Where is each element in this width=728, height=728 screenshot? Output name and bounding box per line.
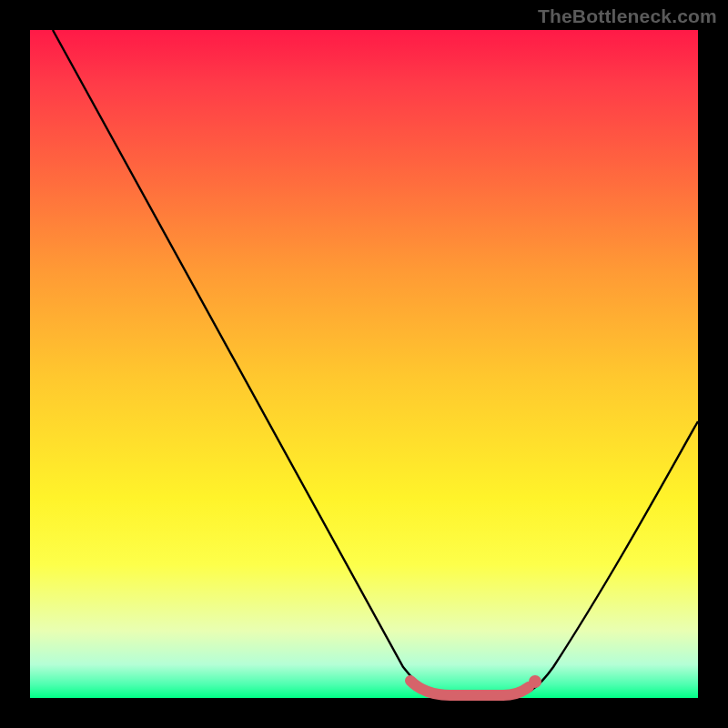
optimal-band-end-dot [529,675,541,688]
watermark-text: TheBottleneck.com [538,5,717,27]
optimal-band [410,681,529,695]
chart-svg [30,30,698,698]
chart-plot-area [30,30,698,698]
bottleneck-curve [53,30,698,697]
chart-stage: TheBottleneck.com [0,0,728,728]
